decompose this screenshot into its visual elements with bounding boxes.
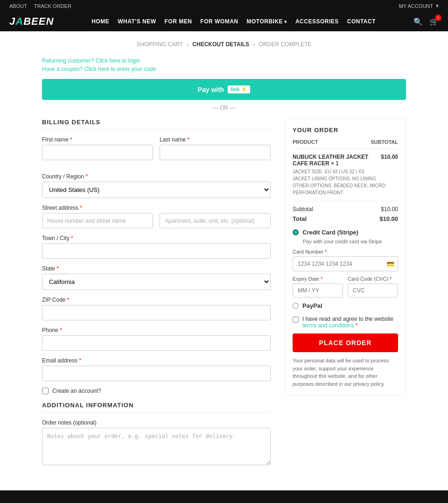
phone-label: Phone * [42,327,271,333]
track-order-link[interactable]: TRACK ORDER [34,3,71,9]
town-label: Town / City * [42,235,271,241]
paypal-radio[interactable] [293,303,299,309]
pay-with-link-button[interactable]: Pay with link ⚡ [42,79,406,100]
street-input[interactable] [42,213,153,228]
email-input[interactable] [42,366,271,381]
or-divider: — OR — [42,105,406,111]
main-content: Returning customer? Click here to login … [33,53,415,490]
nav-for-woman[interactable]: FOR WOMAN [200,18,238,25]
email-label: Email address * [42,357,271,364]
terms-checkbox[interactable] [293,317,299,323]
state-select[interactable]: California [42,274,271,290]
footer: JABEEN Jabeen Impex is a leading provide… [0,490,448,503]
expiry-label: Expiry Date * [293,276,343,282]
nav-home[interactable]: HOME [91,18,109,25]
order-item-name: NUBUCK LEATHER JACKET CAFE RACER × 1 $10… [293,154,398,167]
order-totals: Subtotal $10.00 Total $10.00 [293,206,398,222]
terms-link[interactable]: terms and conditions [302,322,354,329]
last-name-group: Last name * [160,136,271,160]
about-link[interactable]: ABOUT [9,3,27,9]
first-name-label: First name * [42,136,153,143]
logo[interactable]: JABEEN [9,15,54,28]
pay-with-label: Pay with [198,86,224,93]
apt-input[interactable] [160,213,271,228]
create-account-checkbox[interactable] [42,388,49,394]
breadcrumb: SHOPPING CART › CHECKOUT DETAILS › ORDER… [0,41,448,48]
name-row: First name * Last name * [42,136,271,167]
order-notes-group: Order notes (optional) [42,419,271,465]
country-select[interactable]: United States (US) [42,182,271,198]
credit-card-desc: Pay with your credit card via Stripe. [303,239,398,244]
street-address-group: Street address * [42,205,271,228]
card-number-wrap: 💳 [293,256,398,271]
order-notes-textarea[interactable] [42,428,271,465]
billing-title: BILLING DETAILS [42,119,271,130]
checkout-layout: BILLING DETAILS First name * Last name * [42,119,406,472]
breadcrumb-section: SHOPPING CART › CHECKOUT DETAILS › ORDER… [0,31,448,53]
nav-whats-new[interactable]: WHAT'S NEW [118,18,156,25]
email-group: Email address * [42,357,271,381]
nav-for-men[interactable]: FOR MEN [165,18,192,25]
terms-text: I have read and agree to the website ter… [302,316,398,329]
my-account-link[interactable]: MY ACCOUNT ▾ [399,3,439,9]
breadcrumb-step1[interactable]: SHOPPING CART [137,41,183,48]
top-bar-left: ABOUT TRACK ORDER [9,3,77,9]
first-name-input[interactable] [42,145,153,160]
subtotal-row: Subtotal $10.00 [293,206,398,213]
cvc-group: Card Code (CVC) * [348,276,398,298]
order-header: PRODUCT SUBTOTAL [293,139,398,149]
first-name-group: First name * [42,136,153,160]
card-brand-icon: 💳 [386,260,394,268]
credit-card-radio[interactable] [293,229,299,235]
link-brand: link ⚡ [228,85,250,93]
nav-icons: 🔍 🛒 1 [413,17,439,26]
town-input[interactable] [42,243,271,259]
order-item: NUBUCK LEATHER JACKET CAFE RACER × 1 $10… [293,154,398,201]
country-group: Country / Region * United States (US) [42,173,271,198]
zip-group: ZIP Code * [42,297,271,320]
order-summary: YOUR ORDER PRODUCT SUBTOTAL NUBUCK LEATH… [285,119,406,396]
zip-input[interactable] [42,305,271,320]
last-name-input[interactable] [160,145,271,160]
cvc-input[interactable] [348,283,398,298]
nav-motorbike[interactable]: MOTORBIKE [247,18,287,25]
breadcrumb-step3[interactable]: ORDER COMPLETE [259,41,312,48]
state-group: State * California [42,265,271,290]
main-nav: JABEEN HOME WHAT'S NEW FOR MEN FOR WOMAN… [0,12,448,31]
street-row [42,213,271,228]
returning-customer-link[interactable]: Returning customer? Click here to login [42,57,406,64]
cart-badge: 1 [435,14,441,21]
credit-card-option: Credit Card (Stripe) Pay with your credi… [293,229,398,298]
nav-contact[interactable]: CONTACT [347,18,376,25]
nav-accessories[interactable]: ACCESSORIES [295,18,339,25]
billing-section: BILLING DETAILS First name * Last name * [42,119,271,472]
cart-icon[interactable]: 🛒 1 [429,17,439,26]
nav-links: HOME WHAT'S NEW FOR MEN FOR WOMAN MOTORB… [91,18,376,25]
credit-card-label[interactable]: Credit Card (Stripe) [293,229,398,236]
order-notes-label: Order notes (optional) [42,419,271,426]
top-bar: ABOUT TRACK ORDER MY ACCOUNT ▾ [0,0,448,12]
terms-row: I have read and agree to the website ter… [293,316,398,329]
town-group: Town / City * [42,235,271,259]
state-label: State * [42,265,271,272]
search-icon[interactable]: 🔍 [413,17,423,26]
total-row: Total $10.00 [293,215,398,222]
phone-group: Phone * [42,327,271,351]
coupon-text: Have a coupon? Click here to enter your … [42,66,406,72]
order-item-detail: JACKET SIZE: EU 42 | US 32 | XS JACKET L… [293,168,398,196]
coupon-link[interactable]: Click here to enter your code [84,66,156,72]
phone-input[interactable] [42,335,271,351]
place-order-button[interactable]: PLACE ORDER [293,333,398,352]
chevron-down-icon: ▾ [436,3,439,9]
cvc-label: Card Code (CVC) * [348,276,398,282]
breadcrumb-step2: CHECKOUT DETAILS [192,41,249,48]
paypal-label[interactable]: PayPal [293,302,398,309]
privacy-notice: Your personal data will be used to proce… [293,357,398,388]
additional-title: ADDITIONAL INFORMATION [42,402,271,413]
order-box: YOUR ORDER PRODUCT SUBTOTAL NUBUCK LEATH… [285,119,406,396]
expiry-input[interactable] [293,283,343,298]
card-number-row: Card Number * 💳 [293,249,398,271]
card-number-input[interactable] [293,256,398,271]
last-name-label: Last name * [160,136,271,143]
card-details-row: Expiry Date * Card Code (CVC) * [293,276,398,298]
